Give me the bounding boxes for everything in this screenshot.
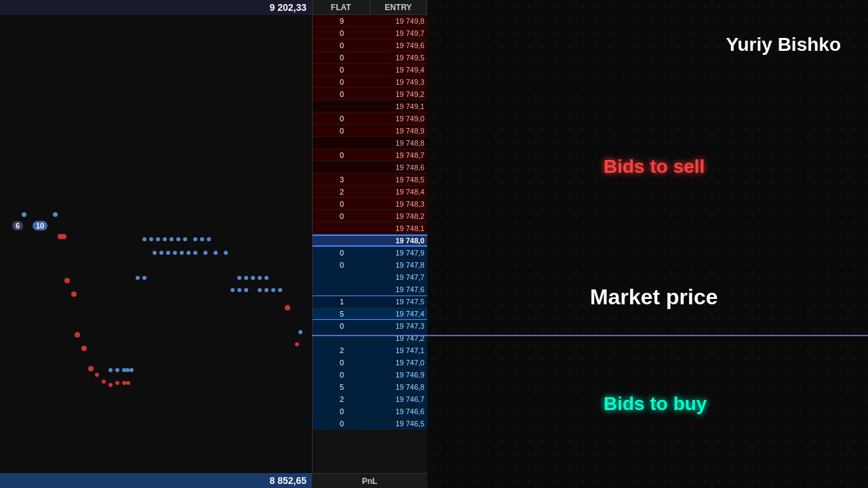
ob-entry-price: 19 749,3 (347, 78, 427, 86)
ob-entry-price: 19 747,9 (347, 249, 427, 257)
orderbook-row: 19 749,1 (313, 100, 427, 113)
ob-flat-value: 0 (313, 54, 347, 62)
orderbook-row: 519 747,4 (313, 308, 427, 320)
orderbook-row: 019 749,6 (313, 39, 427, 52)
chart-dot-buy (258, 288, 262, 292)
market-price-label: Market price (590, 285, 718, 310)
orderbook-row: 019 748,7 (313, 149, 427, 161)
ob-entry-price: 19 748,2 (347, 212, 427, 220)
chart-dot-buy (203, 251, 208, 255)
bids-to-sell-label: Bids to sell (604, 156, 705, 178)
chart-dot-buy (130, 368, 134, 372)
ob-entry-price: 19 747,5 (347, 298, 427, 306)
orderbook-row: 019 749,3 (313, 76, 427, 88)
ob-entry-price: 19 746,8 (347, 383, 427, 391)
ob-flat-value: 0 (313, 249, 347, 257)
orderbook-row: 019 749,5 (313, 52, 427, 64)
chart-dot-buy (244, 288, 248, 292)
orderbook-row: 219 746,7 (313, 393, 427, 405)
ob-entry-price: 19 748,8 (347, 139, 427, 147)
ob-entry-price: 19 747,7 (347, 273, 427, 281)
orderbook-row: 519 746,8 (313, 381, 427, 393)
orderbook-row: 19 747,7 (313, 271, 427, 283)
bottom-price-value: 8 852,65 (270, 475, 307, 486)
ob-entry-price: 19 749,6 (347, 41, 427, 49)
flat-column-header: FLAT (313, 0, 370, 14)
chart-badge-10: 10 (33, 221, 47, 230)
orderbook-row: 019 749,2 (313, 88, 427, 100)
chart-dot-buy (200, 237, 204, 241)
ob-flat-value: 0 (313, 66, 347, 74)
ob-entry-price: 19 746,9 (347, 371, 427, 379)
ob-flat-value: 0 (313, 29, 347, 37)
chart-dot-buy (207, 237, 211, 241)
orderbook-row: 019 749,4 (313, 64, 427, 76)
orderbook-row: 319 748,5 (313, 174, 427, 186)
orderbook-header: FLAT ENTRY (313, 0, 427, 15)
ob-flat-value: 0 (313, 200, 347, 208)
ob-entry-price: 19 747,8 (347, 261, 427, 269)
ob-flat-value: 0 (313, 127, 347, 135)
chart-dot-sell (115, 381, 119, 385)
bids-to-buy-label: Bids to buy (604, 393, 707, 415)
chart-dot-buy (271, 288, 275, 292)
ob-entry-price: 19 748,4 (347, 188, 427, 196)
author-label: Yuriy Bishko (726, 34, 841, 56)
ob-flat-value: 0 (313, 420, 347, 428)
orderbook-row: 19 747,6 (313, 283, 427, 296)
ob-entry-price: 19 747,1 (347, 346, 427, 354)
chart-dot-buy (53, 212, 58, 217)
right-info-panel: Yuriy Bishko Bids to sell (427, 0, 868, 488)
ob-entry-price: 19 746,7 (347, 395, 427, 403)
orderbook-footer: PnL (312, 473, 427, 488)
ob-entry-price: 19 747,4 (347, 310, 427, 318)
chart-dot-buy (251, 276, 255, 280)
orderbook-row: 019 747,0 (313, 357, 427, 369)
orderbook-row: 019 747,9 (313, 247, 427, 259)
chart-dot-buy (298, 330, 302, 334)
ob-flat-value: 9 (313, 17, 347, 25)
ob-entry-price: 19 748,3 (347, 200, 427, 208)
ob-entry-price: 19 747,6 (347, 285, 427, 293)
ob-flat-value: 2 (313, 395, 347, 403)
chart-dot-buy (142, 276, 146, 280)
ob-flat-value: 5 (313, 310, 347, 318)
ob-flat-value: 2 (313, 346, 347, 354)
ob-entry-price: 19 748,6 (347, 163, 427, 171)
orderbook-row: 919 749,8 (313, 15, 427, 27)
ob-entry-price: 19 748,5 (347, 176, 427, 184)
chart-dot-buy (142, 237, 146, 241)
ob-entry-price: 19 748,7 (347, 151, 427, 159)
ob-flat-value: 2 (313, 188, 347, 196)
chart-dot-sell (95, 373, 99, 377)
chart-dot-buy (237, 288, 241, 292)
chart-dot-buy (156, 237, 160, 241)
ob-flat-value: 0 (313, 407, 347, 415)
ob-flat-value: 0 (313, 261, 347, 269)
orderbook-row: 19 748,0 (313, 235, 427, 247)
chart-dot-buy (193, 237, 197, 241)
orderbook-panel: FLAT ENTRY 919 749,8019 749,7019 749,601… (312, 0, 427, 488)
orderbook-row: 019 749,0 (313, 113, 427, 125)
chart-dot-sell (108, 383, 113, 387)
orderbook-row: 019 748,3 (313, 198, 427, 210)
chart-dot-buy (231, 288, 235, 292)
chart-area: 9 202,33 (0, 0, 312, 488)
chart-dot-buy (153, 251, 157, 255)
orderbook-row: 219 748,4 (313, 186, 427, 198)
chart-dot-buy (108, 368, 113, 372)
orderbook-rows: 919 749,8019 749,7019 749,6019 749,5019 … (313, 15, 427, 473)
orderbook-row: 019 747,3 (313, 320, 427, 332)
orderbook-row: 019 749,7 (313, 27, 427, 39)
chart-dot-sell (71, 291, 77, 297)
ob-flat-value: 0 (313, 322, 347, 330)
orderbook-row: 19 748,6 (313, 161, 427, 174)
chart-dot-sell (58, 234, 63, 239)
ob-entry-price: 19 749,1 (347, 102, 427, 110)
ob-entry-price: 19 747,3 (347, 322, 427, 330)
ob-flat-value: 0 (313, 371, 347, 379)
ob-entry-price: 19 749,7 (347, 29, 427, 37)
ob-flat-value: 0 (313, 78, 347, 86)
ob-flat-value: 0 (313, 115, 347, 123)
chart-dot-buy (278, 288, 282, 292)
